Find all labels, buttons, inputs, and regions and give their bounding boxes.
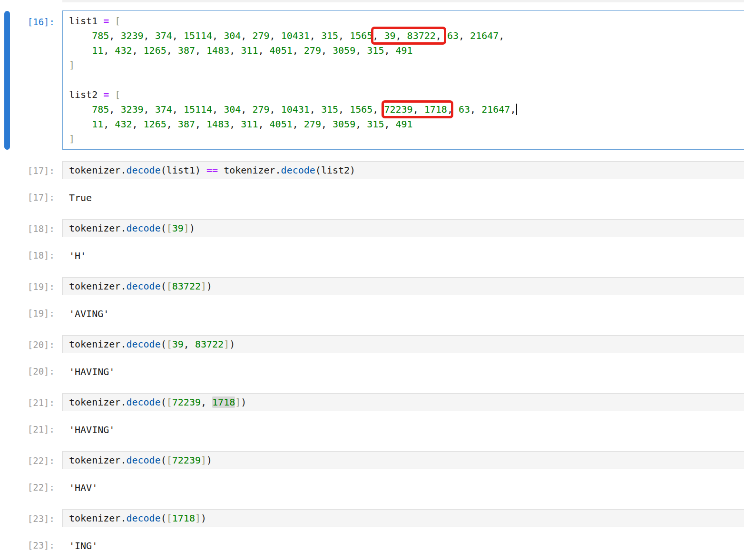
code-token: ) [206, 280, 212, 292]
code-token: 315 [367, 45, 384, 56]
code-token: decode [126, 222, 160, 234]
code-token: , [338, 30, 350, 41]
code-line: 11, 432, 1265, 387, 1483, 311, 4051, 279… [69, 117, 744, 132]
notebook: [16]:list1 = [ 785, 3239, 374, 15114, 30… [0, 0, 744, 554]
execution-count-prompt: [16]: [0, 10, 55, 150]
code-token: 39 [384, 30, 395, 41]
code-token: 1265 [144, 45, 166, 56]
code-line: tokenizer.decode(list1) == tokenizer.dec… [69, 165, 744, 175]
code-token: ) [229, 338, 235, 350]
code-token: 3239 [120, 104, 143, 115]
code-token: [ [166, 280, 172, 292]
code-editor[interactable]: tokenizer.decode([83722]) [62, 277, 744, 295]
code-token: , [201, 396, 212, 408]
code-token: , [109, 30, 120, 41]
code-token: ) [195, 164, 206, 176]
execution-count-prompt: [18]: [0, 219, 55, 237]
execution-count-prompt: [21]: [0, 393, 55, 411]
code-editor[interactable]: tokenizer.decode([39, 83722]) [62, 335, 744, 353]
code-token: 387 [178, 45, 195, 56]
code-token: 4051 [270, 45, 293, 56]
code-line [69, 73, 744, 87]
code-token: ) [206, 454, 212, 466]
code-line: ] [69, 132, 744, 146]
red-annotation-group: , 39, 83722, [372, 30, 441, 41]
code-editor[interactable]: list1 = [ 785, 3239, 374, 15114, 304, 27… [62, 10, 744, 150]
code-token: tokenizer [69, 454, 120, 466]
code-token: ] [195, 512, 201, 524]
code-token: , [103, 45, 115, 56]
code-token: . [120, 222, 126, 234]
output-text: True [62, 188, 92, 206]
code-token: , [229, 118, 241, 130]
output-cell-row: [18]:'H' [0, 246, 744, 264]
code-token: 1718 [424, 104, 447, 115]
output-cell-row: [21]:'HAVING' [0, 420, 744, 438]
output-prompt: [19]: [0, 304, 55, 322]
code-token: 311 [241, 118, 258, 130]
code-token: ) [189, 222, 195, 234]
code-token [69, 104, 92, 115]
code-token: 83722 [195, 338, 224, 350]
code-token: , [510, 104, 516, 115]
code-token: list1 [69, 15, 98, 27]
code-token: , [384, 118, 395, 130]
output-prompt: [20]: [0, 362, 55, 380]
code-line: 785, 3239, 374, 15114, 304, 279, 10431, … [69, 29, 744, 43]
code-editor[interactable]: tokenizer.decode(list1) == tokenizer.dec… [62, 161, 744, 179]
code-line: tokenizer.decode([83722]) [69, 281, 744, 291]
code-token: ) [241, 396, 246, 408]
code-token: tokenizer [69, 280, 120, 292]
code-token: tokenizer [69, 222, 120, 234]
code-token: . [120, 512, 126, 524]
code-token: , [144, 104, 155, 115]
code-token: tokenizer [69, 396, 120, 408]
code-token: decode [126, 396, 160, 408]
output-text: 'HAVING' [62, 420, 115, 438]
code-token: ] [201, 280, 206, 292]
code-token: , [241, 30, 252, 41]
code-token: . [120, 454, 126, 466]
code-token [69, 30, 92, 41]
code-editor[interactable]: tokenizer.decode([1718]) [62, 509, 744, 527]
code-cell-row: [20]:tokenizer.decode([39, 83722]) [0, 335, 744, 353]
code-token: 63 [447, 30, 459, 41]
code-token: , [321, 118, 333, 130]
output-cell-row: [17]:True [0, 188, 744, 206]
code-token: ( [161, 512, 166, 524]
code-token: , [372, 104, 384, 115]
code-token: , [384, 45, 395, 56]
code-token: 3239 [120, 30, 143, 41]
code-token: list2 [321, 164, 350, 176]
code-token: , [310, 30, 321, 41]
code-token: 432 [115, 118, 132, 130]
code-token: , [436, 30, 441, 41]
code-token: 785 [92, 104, 109, 115]
code-token: 1565 [350, 30, 372, 41]
output-text: 'ING' [62, 536, 98, 554]
code-token: . [120, 338, 126, 350]
code-token: ] [201, 454, 206, 466]
code-token: 311 [241, 45, 258, 56]
code-token: 11 [92, 118, 103, 130]
code-token: , [195, 118, 206, 130]
code-token: 1483 [206, 45, 229, 56]
code-editor[interactable]: tokenizer.decode([39]) [62, 219, 744, 237]
code-token: ] [69, 133, 75, 145]
code-token: , [396, 30, 407, 41]
code-token: 374 [155, 30, 172, 41]
code-token: 1718 [172, 512, 195, 524]
code-token: , [229, 45, 241, 56]
code-cell-row: [22]:tokenizer.decode([72239]) [0, 451, 744, 469]
code-token: 21647 [470, 30, 499, 41]
jupyter-notebook-page: [16]:list1 = [ 785, 3239, 374, 15114, 30… [0, 0, 744, 560]
code-token: , [166, 45, 178, 56]
code-editor[interactable]: tokenizer.decode([72239, 1718]) [62, 393, 744, 411]
code-token [109, 15, 115, 27]
code-token: , [355, 45, 367, 56]
execution-count-prompt: [19]: [0, 277, 55, 295]
code-token: , [270, 104, 281, 115]
code-token: , [499, 30, 504, 41]
code-line: list1 = [ [69, 14, 744, 29]
code-editor[interactable]: tokenizer.decode([72239]) [62, 451, 744, 469]
